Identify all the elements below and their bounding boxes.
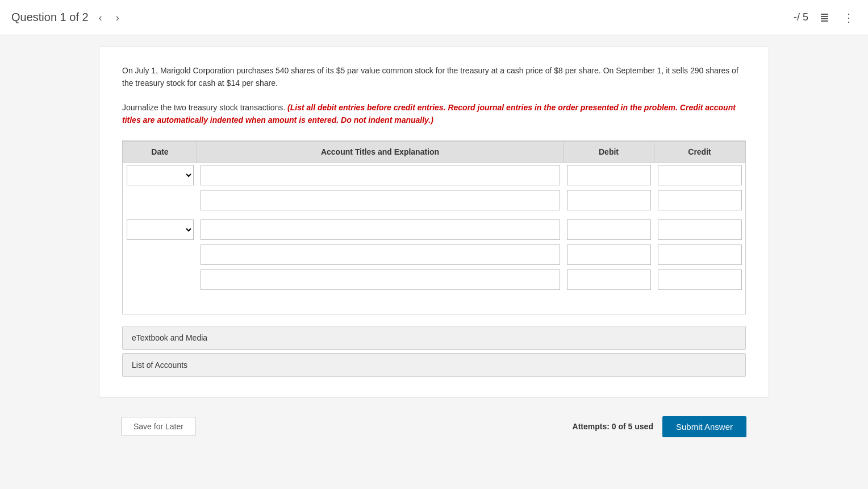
next-button[interactable]: ›: [112, 10, 123, 25]
score-display: -/ 5: [794, 11, 808, 23]
account-cell-4: [197, 242, 564, 267]
debit-cell-5: [564, 267, 654, 292]
date-cell-1: Jul. 1 Sep. 1 Oct. 1: [123, 162, 197, 188]
account-cell-5: [197, 267, 564, 292]
col-header-account: Account Titles and Explanation: [197, 141, 564, 162]
problem-text: On July 1, Marigold Corporation purchase…: [122, 64, 746, 90]
footer-right: Attempts: 0 of 5 used Submit Answer: [573, 416, 746, 437]
account-cell-2: [197, 188, 564, 213]
col-header-date: Date: [123, 141, 197, 162]
account-cell-1: [197, 162, 564, 188]
header-left: Question 1 of 2 ‹ ›: [11, 10, 123, 25]
header: Question 1 of 2 ‹ › -/ 5 ≣ ⋮: [0, 0, 868, 35]
debit-input-2[interactable]: [567, 190, 651, 210]
credit-input-2[interactable]: [658, 190, 742, 210]
credit-cell-4: [654, 242, 745, 267]
attempts-label: Attempts: 0 of 5 used: [573, 422, 653, 431]
table-row: [123, 267, 745, 292]
debit-input-4[interactable]: [567, 244, 651, 265]
account-input-1[interactable]: [201, 165, 560, 185]
submit-answer-button[interactable]: Submit Answer: [662, 416, 746, 437]
date-cell-5: [123, 267, 197, 292]
debit-cell-3: [564, 217, 654, 242]
credit-input-1[interactable]: [658, 165, 742, 185]
main-content: On July 1, Marigold Corporation purchase…: [99, 47, 769, 398]
etextbook-label: eTextbook and Media: [132, 333, 207, 342]
instruction-text: Journalize the two treasury stock transa…: [122, 101, 746, 127]
debit-input-5[interactable]: [567, 270, 651, 290]
debit-input-1[interactable]: [567, 165, 651, 185]
date-select-1[interactable]: Jul. 1 Sep. 1 Oct. 1: [127, 165, 194, 185]
credit-cell-3: [654, 217, 745, 242]
header-right: -/ 5 ≣ ⋮: [794, 9, 857, 27]
separator-row: [123, 213, 745, 217]
account-input-5[interactable]: [201, 270, 560, 290]
credit-cell-1: [654, 162, 745, 188]
date-cell-4: [123, 242, 197, 267]
table-row: Jul. 1 Sep. 1 Oct. 1: [123, 162, 745, 188]
col-header-credit: Credit: [654, 141, 745, 162]
table-row: [123, 242, 745, 267]
credit-input-5[interactable]: [658, 270, 742, 290]
credit-input-4[interactable]: [658, 244, 742, 265]
footer-bar: Save for Later Attempts: 0 of 5 used Sub…: [99, 409, 769, 444]
account-cell-3: [197, 217, 564, 242]
more-options-button[interactable]: ⋮: [841, 9, 857, 27]
credit-cell-5: [654, 267, 745, 292]
debit-cell-4: [564, 242, 654, 267]
prev-button[interactable]: ‹: [95, 10, 106, 25]
etextbook-header[interactable]: eTextbook and Media: [123, 326, 745, 349]
journal-table: Date Account Titles and Explanation Debi…: [123, 141, 745, 297]
journal-table-wrapper: Date Account Titles and Explanation Debi…: [122, 140, 746, 314]
account-input-4[interactable]: [201, 244, 560, 265]
save-for-later-button[interactable]: Save for Later: [122, 417, 195, 436]
list-of-accounts-section: List of Accounts: [122, 353, 746, 377]
date-cell-3: Jul. 1 Sep. 1 Oct. 1: [123, 217, 197, 242]
question-title: Question 1 of 2: [11, 11, 89, 24]
table-row: [123, 188, 745, 213]
instruction-static: Journalize the two treasury stock transa…: [122, 103, 287, 112]
date-select-2[interactable]: Jul. 1 Sep. 1 Oct. 1: [127, 219, 194, 240]
debit-cell-1: [564, 162, 654, 188]
table-row: Jul. 1 Sep. 1 Oct. 1: [123, 217, 745, 242]
col-header-debit: Debit: [564, 141, 654, 162]
bottom-spacer-row: [123, 292, 745, 297]
list-icon-button[interactable]: ≣: [817, 9, 832, 27]
list-of-accounts-header[interactable]: List of Accounts: [123, 354, 745, 376]
account-input-2[interactable]: [201, 190, 560, 210]
account-input-3[interactable]: [201, 219, 560, 240]
list-of-accounts-label: List of Accounts: [132, 360, 187, 370]
debit-cell-2: [564, 188, 654, 213]
debit-input-3[interactable]: [567, 219, 651, 240]
credit-cell-2: [654, 188, 745, 213]
etextbook-section: eTextbook and Media: [122, 326, 746, 350]
date-cell-2: [123, 188, 197, 213]
credit-input-3[interactable]: [658, 219, 742, 240]
